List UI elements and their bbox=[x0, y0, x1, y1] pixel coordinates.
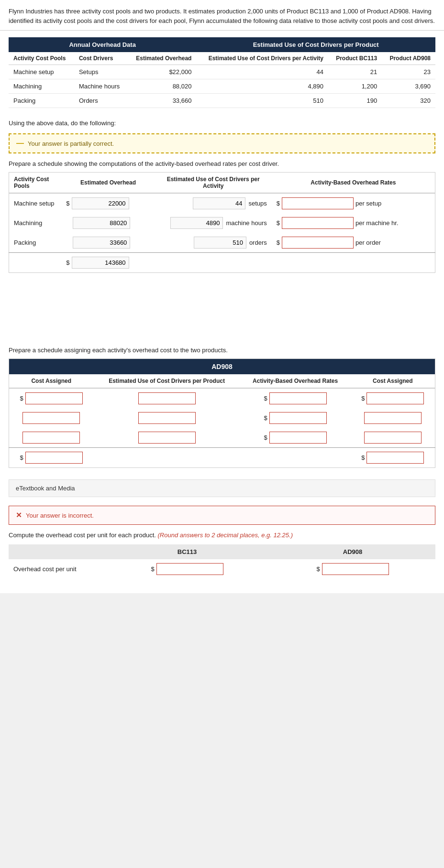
compute-instruction-italic: (Round answers to 2 decimal places, e.g.… bbox=[157, 532, 293, 539]
s1-row2-per: per machine hr. bbox=[355, 219, 399, 227]
table-row: Packing Orders 33,660 510 190 320 bbox=[9, 94, 435, 108]
error-banner: ✕ Your answer is incorrect. bbox=[9, 506, 435, 525]
s1-row1-per: per setup bbox=[355, 200, 381, 207]
ad908-col-cost-right: Cost Assigned bbox=[351, 374, 435, 388]
ad908-col-rates: Activity-Based Overhead Rates bbox=[240, 374, 351, 388]
s1-row3-use-input[interactable] bbox=[194, 237, 246, 249]
schedule1-total-row: $ bbox=[9, 253, 435, 273]
s1-total-empty bbox=[9, 253, 62, 273]
schedule1-table: Activity Cost Pools Estimated Overhead E… bbox=[9, 172, 435, 273]
s1-row3-rate-input[interactable] bbox=[282, 237, 354, 249]
dollar-sign: $ bbox=[66, 200, 69, 207]
col-ad908-header: Product AD908 bbox=[382, 52, 435, 65]
dollar-sign: $ bbox=[20, 395, 23, 402]
row1-ad908: 23 bbox=[382, 65, 435, 79]
s1-row1-rate-input[interactable] bbox=[282, 197, 354, 209]
ad908-r1-cost-left: $ bbox=[9, 388, 94, 408]
ad908-row2: $ bbox=[9, 408, 435, 428]
ad908-r1-cost-left-input[interactable] bbox=[25, 392, 83, 404]
ad908-r2-rate-input[interactable] bbox=[269, 412, 327, 424]
dollar-sign: $ bbox=[264, 395, 267, 402]
ad908-r2-use-input[interactable] bbox=[138, 412, 196, 424]
ad908-total-row: $ $ bbox=[9, 448, 435, 468]
schedule1-instruction: Prepare a schedule showing the computati… bbox=[0, 160, 444, 172]
s1-row1-rate-cell: $ per setup bbox=[272, 193, 435, 213]
etextbook-media[interactable]: eTextbook and Media bbox=[9, 479, 435, 497]
row2-use: 4,890 bbox=[196, 79, 328, 94]
s1-row2-overhead-cell bbox=[61, 213, 155, 233]
schedule1-row-packing: Packing orders $ bbox=[9, 233, 435, 253]
s1-row1-overhead-input[interactable] bbox=[72, 197, 129, 209]
using-text: Using the above data, do the following: bbox=[0, 115, 444, 133]
ad908-r3-cost-right-input[interactable] bbox=[364, 432, 422, 444]
s1-row2-use-input[interactable] bbox=[170, 217, 223, 229]
s1-row2-rate-input[interactable] bbox=[282, 217, 354, 229]
schedule1-section: Activity Cost Pools Estimated Overhead E… bbox=[0, 172, 444, 280]
ad908-r3-cost-left-input[interactable] bbox=[22, 432, 80, 444]
ad908-row1: $ $ bbox=[9, 388, 435, 408]
ad908-r1-rate-input[interactable] bbox=[269, 392, 327, 404]
row1-use: 44 bbox=[196, 65, 328, 79]
assign-instruction: Prepare a schedule assigning each activi… bbox=[0, 337, 444, 358]
row1-bc113: 21 bbox=[328, 65, 382, 79]
gap-section bbox=[0, 280, 444, 337]
ad908-total-right-input[interactable] bbox=[366, 452, 424, 464]
s1-row2-label: Machining bbox=[9, 213, 62, 233]
ad908-r3-rate: $ bbox=[240, 428, 351, 448]
compute-row-label: Overhead cost per unit bbox=[9, 559, 104, 579]
s1-row3-overhead-input[interactable] bbox=[73, 237, 130, 249]
s1-row2-overhead-input[interactable] bbox=[73, 217, 130, 229]
ad908-r1-use-input[interactable] bbox=[138, 392, 196, 404]
ad908-r1-use bbox=[93, 388, 240, 408]
ad908-r2-cost-left bbox=[9, 408, 94, 428]
error-icon: ✕ bbox=[16, 511, 22, 520]
problem-description: Flynn Industries has three activity cost… bbox=[9, 8, 435, 24]
table-row: Machine setup Setups $22,000 44 21 23 bbox=[9, 65, 435, 79]
dollar-sign: $ bbox=[277, 219, 280, 227]
row1-overhead: $22,000 bbox=[127, 65, 196, 79]
ad908-row3: $ bbox=[9, 428, 435, 448]
s1-row1-use-cell: setups bbox=[155, 193, 272, 213]
ad908-r3-rate-input[interactable] bbox=[269, 432, 327, 444]
ad908-r1-cost-right-input[interactable] bbox=[366, 392, 424, 404]
ad908-r2-cost-left-input[interactable] bbox=[22, 412, 80, 424]
ad908-total-rate-empty bbox=[240, 448, 351, 468]
compute-bc113-input[interactable] bbox=[156, 563, 223, 575]
row3-use: 510 bbox=[196, 94, 328, 108]
ad908-r2-cost-right bbox=[351, 408, 435, 428]
s1-row2-rate-cell: $ per machine hr. bbox=[272, 213, 435, 233]
s1-total-input[interactable] bbox=[72, 257, 129, 269]
partial-text: Your answer is partially correct. bbox=[28, 140, 114, 147]
error-text: Your answer is incorrect. bbox=[26, 512, 94, 519]
row2-overhead: 88,020 bbox=[127, 79, 196, 94]
table-row: Machining Machine hours 88,020 4,890 1,2… bbox=[9, 79, 435, 94]
dollar-sign: $ bbox=[66, 259, 69, 266]
compute-ad908-input[interactable] bbox=[322, 563, 389, 575]
schedule1-row-machining: Machining machine hours bbox=[9, 213, 435, 233]
dollar-sign: $ bbox=[316, 565, 320, 573]
ad908-r3-use-input[interactable] bbox=[138, 432, 196, 444]
col-use-header: Estimated Use of Cost Drivers per Activi… bbox=[196, 52, 328, 65]
ad908-r2-cost-right-input[interactable] bbox=[364, 412, 422, 424]
ad908-col-cost-left: Cost Assigned bbox=[9, 374, 94, 388]
ad908-total-left-input[interactable] bbox=[25, 452, 83, 464]
ad908-r1-cost-right: $ bbox=[351, 388, 435, 408]
s1-row3-per: per order bbox=[355, 239, 381, 246]
ad908-r2-use bbox=[93, 408, 240, 428]
ad908-total-use-empty bbox=[93, 448, 240, 468]
row2-bc113: 1,200 bbox=[328, 79, 382, 94]
dollar-sign: $ bbox=[277, 239, 280, 246]
row3-activity: Packing bbox=[9, 94, 74, 108]
row3-bc113: 190 bbox=[328, 94, 382, 108]
s1-row1-use-input[interactable] bbox=[193, 197, 245, 209]
compute-section: BC113 AD908 Overhead cost per unit $ bbox=[0, 544, 444, 593]
dollar-sign: $ bbox=[361, 454, 365, 461]
dollar-sign: $ bbox=[264, 434, 267, 441]
col-drivers-header: Cost Drivers bbox=[74, 52, 127, 65]
s1-total-cell: $ bbox=[61, 253, 155, 273]
row2-ad908: 3,690 bbox=[382, 79, 435, 94]
dollar-sign: $ bbox=[277, 200, 280, 207]
s1-row1-overhead-cell: $ bbox=[61, 193, 155, 213]
ad908-total-right: $ bbox=[351, 448, 435, 468]
schedule1-row-setup: Machine setup $ setups bbox=[9, 193, 435, 213]
